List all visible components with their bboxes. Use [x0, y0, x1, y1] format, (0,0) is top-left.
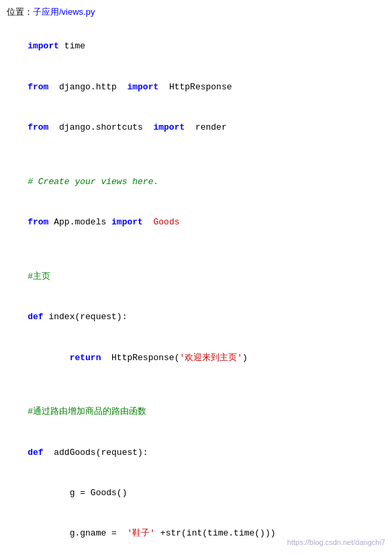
watermark: https://blog.csdn.net/dangchi7: [287, 537, 385, 548]
code-line-g-goods: g = Goods(): [7, 473, 385, 513]
code-line-return-index: return HttpResponse('欢迎来到主页'): [7, 337, 385, 378]
code-line-comment-homepage: #主页: [7, 257, 385, 297]
code-line-blank2: [7, 243, 385, 256]
code-line-from-http: from django.http import HttpResponse: [7, 67, 385, 108]
code-line-def-index: def index(request):: [7, 297, 385, 337]
code-line-import-time: import time: [7, 26, 385, 67]
code-block: import time from django.http import Http…: [7, 26, 385, 555]
code-line-comment-add: #通过路由增加商品的路由函数: [7, 392, 385, 432]
code-line-comment-create: # Create your views here.: [7, 162, 385, 202]
code-line-from-app: from App.models import Goods: [7, 202, 385, 243]
code-line-def-addgoods: def addGoods(request):: [7, 432, 385, 472]
location-path[interactable]: 子应用/views.py: [33, 7, 95, 17]
location-bar: 位置：子应用/views.py: [7, 5, 385, 19]
code-line-blank1: [7, 148, 385, 161]
code-line-from-shortcuts: from django.shortcuts import render: [7, 108, 385, 148]
location-label: 位置：: [7, 7, 33, 17]
code-line-blank3: [7, 378, 385, 392]
